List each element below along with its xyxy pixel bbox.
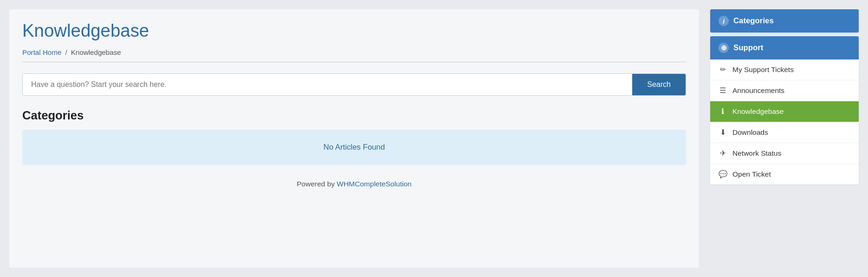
- nav-label: Downloads: [732, 128, 768, 137]
- breadcrumb: Portal Home / Knowledgebase: [22, 48, 686, 62]
- sidebar: i Categories ⊕ Support ✏ My Support Tick…: [710, 9, 859, 268]
- nav-label: Announcements: [732, 86, 784, 95]
- breadcrumb-separator: /: [65, 48, 67, 56]
- whmcs-link[interactable]: WHMCompleteSolution: [337, 180, 412, 188]
- categories-header-label: Categories: [733, 16, 774, 26]
- nav-icon: ✏: [719, 66, 727, 74]
- nav-label: Network Status: [732, 149, 781, 158]
- main-content: Knowledgebase Portal Home / Knowledgebas…: [9, 9, 699, 268]
- categories-heading: Categories: [22, 109, 686, 122]
- support-header-label: Support: [733, 43, 763, 53]
- nav-icon: ☰: [719, 86, 727, 95]
- sidebar-item-open-ticket[interactable]: 💬 Open Ticket: [710, 164, 859, 185]
- breadcrumb-current: Knowledgebase: [71, 48, 121, 56]
- support-card-header: ⊕ Support: [710, 36, 859, 59]
- sidebar-item-my-support-tickets[interactable]: ✏ My Support Tickets: [710, 59, 859, 80]
- nav-icon: ✈: [719, 149, 727, 158]
- sidebar-item-downloads[interactable]: ⬇ Downloads: [710, 122, 859, 143]
- sidebar-item-knowledgebase[interactable]: ℹ Knowledgebase: [710, 101, 859, 122]
- powered-by: Powered by WHMCompleteSolution: [22, 180, 686, 188]
- sidebar-item-network-status[interactable]: ✈ Network Status: [710, 143, 859, 164]
- nav-icon: ℹ: [719, 107, 727, 116]
- support-nav-list: ✏ My Support Tickets ☰ Announcements ℹ K…: [710, 59, 859, 185]
- sidebar-item-announcements[interactable]: ☰ Announcements: [710, 80, 859, 101]
- categories-card: i Categories: [710, 9, 859, 33]
- no-articles-text: No Articles Found: [324, 143, 385, 152]
- search-button[interactable]: Search: [632, 74, 686, 95]
- support-card: ⊕ Support ✏ My Support Tickets ☰ Announc…: [710, 36, 859, 185]
- categories-card-header: i Categories: [710, 9, 859, 33]
- breadcrumb-home[interactable]: Portal Home: [22, 48, 61, 56]
- categories-header-icon: i: [719, 16, 729, 26]
- nav-icon: 💬: [719, 170, 727, 178]
- no-articles-box: No Articles Found: [22, 130, 686, 165]
- search-input[interactable]: [23, 74, 632, 95]
- support-header-icon: ⊕: [719, 43, 729, 53]
- nav-label: My Support Tickets: [732, 66, 794, 74]
- nav-icon: ⬇: [719, 128, 727, 137]
- page-title: Knowledgebase: [22, 20, 686, 41]
- search-bar: Search: [22, 73, 686, 96]
- powered-by-prefix: Powered by: [297, 180, 337, 188]
- nav-label: Open Ticket: [732, 170, 771, 178]
- nav-label: Knowledgebase: [732, 107, 784, 116]
